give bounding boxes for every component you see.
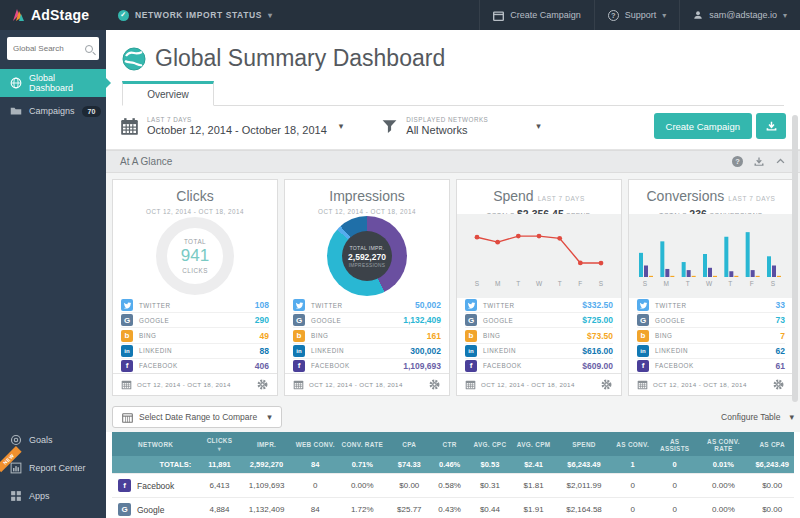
totals-cell: 0.71% <box>337 456 387 474</box>
gear-icon[interactable] <box>772 378 785 391</box>
export-button[interactable] <box>756 113 786 139</box>
sidebar-item-report-center[interactable]: NEWReport Center <box>0 454 106 482</box>
calendar-icon <box>120 117 139 136</box>
network-value: $73.50 <box>587 331 613 341</box>
network-name: LINKEDIN <box>139 347 172 354</box>
support-menu[interactable]: ? Support ▾ <box>594 0 680 30</box>
network-import-status[interactable]: ✓ NETWORK IMPORT STATUS ▾ <box>106 10 285 21</box>
linkedin-icon: in <box>465 345 477 357</box>
adstage-logo[interactable]: AdStage <box>0 7 106 23</box>
network-row-twitter: TWITTER108 <box>121 298 269 312</box>
totals-cell: $2.41 <box>512 456 556 474</box>
spend-line-chart: SMTWTFS <box>463 225 615 287</box>
network-name: LINKEDIN <box>483 347 516 354</box>
sidebar-item-apps[interactable]: Apps <box>0 482 106 510</box>
calendar-icon <box>465 379 476 390</box>
network-name: BING <box>655 332 672 339</box>
stats-table: NETWORKCLICKS▾IMPR.WEB CONV.CONV. RATECP… <box>112 432 794 518</box>
card-head: ImpressionsOCT 12, 2014 - OCT 18, 2014 <box>285 180 449 214</box>
page-header: Global Summary Dashboard Overview <box>106 30 800 103</box>
column-header-avg-cpm[interactable]: AVG. CPM <box>512 432 556 456</box>
column-header-as-conv[interactable]: AS CONV. <box>613 432 653 456</box>
svg-text:M: M <box>495 280 500 287</box>
network-row-facebook: fFACEBOOK$609.00 <box>465 358 613 373</box>
create-campaign-button[interactable]: Create Campaign <box>654 113 752 139</box>
google-icon: G <box>293 314 305 326</box>
table-cell: $1.81 <box>512 474 556 498</box>
displayed-networks-picker[interactable]: DISPLAYED NETWORKS All Networks ▾ <box>381 116 541 136</box>
facebook-icon: f <box>465 360 477 372</box>
date-range-picker[interactable]: LAST 7 DAYS October 12, 2014 - October 1… <box>120 116 343 136</box>
network-value: 161 <box>427 331 441 341</box>
gear-icon[interactable] <box>256 378 269 391</box>
column-header-ctr[interactable]: CTR <box>431 432 468 456</box>
network-value: 73 <box>776 315 785 325</box>
impressions-donut-chart: TOTAL IMPR.2,592,270IMPRESSIONS <box>327 216 407 296</box>
network-row-facebook: fFACEBOOK61 <box>637 358 785 373</box>
search-input[interactable] <box>13 44 85 53</box>
row-network-name: Facebook <box>137 481 174 491</box>
column-header-as-conv-rate[interactable]: AS CONV. RATE <box>697 432 751 456</box>
network-value: 49 <box>260 331 269 341</box>
column-header-clicks[interactable]: CLICKS▾ <box>199 432 239 456</box>
sidebar-item-campaigns[interactable]: Campaigns70 <box>0 97 106 125</box>
gear-icon[interactable] <box>600 378 613 391</box>
column-header-as-cpa[interactable]: AS CPA <box>750 432 794 456</box>
scrollbar-thumb[interactable] <box>792 115 798 402</box>
network-value: $725.00 <box>582 315 613 325</box>
table-row[interactable]: fFacebook6,4131,109,69300.00%$0.000.58%$… <box>112 474 794 498</box>
column-header-avg-cpc[interactable]: AVG. CPC <box>468 432 512 456</box>
google-icon: G <box>121 314 133 326</box>
column-header-conv-rate[interactable]: CONV. RATE <box>337 432 387 456</box>
column-header-spend[interactable]: SPEND <box>555 432 612 456</box>
support-label: Support <box>625 10 657 20</box>
network-row-linkedin: inLINKEDIN62 <box>637 343 785 358</box>
network-name: LINKEDIN <box>655 347 688 354</box>
glance-card-impressions: ImpressionsOCT 12, 2014 - OCT 18, 2014 T… <box>284 179 450 396</box>
totals-cell: 84 <box>293 456 337 474</box>
sort-descending-icon: ▾ <box>201 445 237 452</box>
table-cell: $2,164.58 <box>555 498 612 518</box>
network-value: $609.00 <box>582 361 613 371</box>
glance-card-conversions: ConversionsLAST 7 DAYSTOTALS 236 CONVERS… <box>628 179 794 396</box>
calendar-icon <box>122 412 133 423</box>
create-campaign-menu[interactable]: Create Campaign <box>479 0 594 30</box>
tab-overview[interactable]: Overview <box>122 81 214 106</box>
network-name: TWITTER <box>655 302 686 309</box>
configure-table-button[interactable]: Configure Table ▾ <box>721 412 794 422</box>
totals-cell: 0.01% <box>697 456 751 474</box>
network-row-twitter: TWITTER33 <box>637 298 785 312</box>
table-row[interactable]: GGoogle4,8841,132,409841.72%$25.770.43%$… <box>112 498 794 518</box>
chevron-down-icon: ▾ <box>339 121 344 131</box>
download-icon[interactable] <box>753 156 765 168</box>
facebook-icon: f <box>293 360 305 372</box>
gear-icon[interactable] <box>428 378 441 391</box>
calendar-icon <box>493 10 504 21</box>
network-breakdown: TWITTER33GGOOGLE73bBING7inLINKEDIN62fFAC… <box>629 298 793 373</box>
table-cell: 0.00% <box>337 474 387 498</box>
bing-icon: b <box>637 330 649 342</box>
at-a-glance-header: At A Glance ? <box>106 150 800 173</box>
card-footer: OCT 12, 2014 - OCT 18, 2014 <box>629 373 793 395</box>
column-header-network[interactable]: NETWORK <box>112 432 199 456</box>
clicks-ring-chart: TOTAL941CLICKS <box>156 217 234 295</box>
network-name: TWITTER <box>483 302 514 309</box>
bing-icon: b <box>121 330 133 342</box>
global-search[interactable] <box>7 37 99 60</box>
sidebar-item-label: Goals <box>29 435 53 445</box>
sidebar-item-global-dashboard[interactable]: Global Dashboard <box>0 69 106 97</box>
google-icon: G <box>637 314 649 326</box>
page-title: Global Summary Dashboard <box>155 45 445 72</box>
collapse-icon[interactable] <box>775 156 786 167</box>
network-name: GOOGLE <box>483 317 513 324</box>
network-row-linkedin: inLINKEDIN88 <box>121 343 269 358</box>
help-icon[interactable]: ? <box>732 156 743 167</box>
select-date-range-compare-button[interactable]: Select Date Range to Compare ▾ <box>112 406 282 428</box>
column-header-as-assists[interactable]: AS ASSISTS <box>653 432 697 456</box>
globe-icon <box>122 47 146 71</box>
svg-text:S: S <box>475 280 480 287</box>
user-menu[interactable]: sam@adstage.io ▾ <box>679 0 800 30</box>
column-header-web-conv[interactable]: WEB CONV. <box>293 432 337 456</box>
column-header-impr[interactable]: IMPR. <box>240 432 294 456</box>
column-header-cpa[interactable]: CPA <box>387 432 431 456</box>
